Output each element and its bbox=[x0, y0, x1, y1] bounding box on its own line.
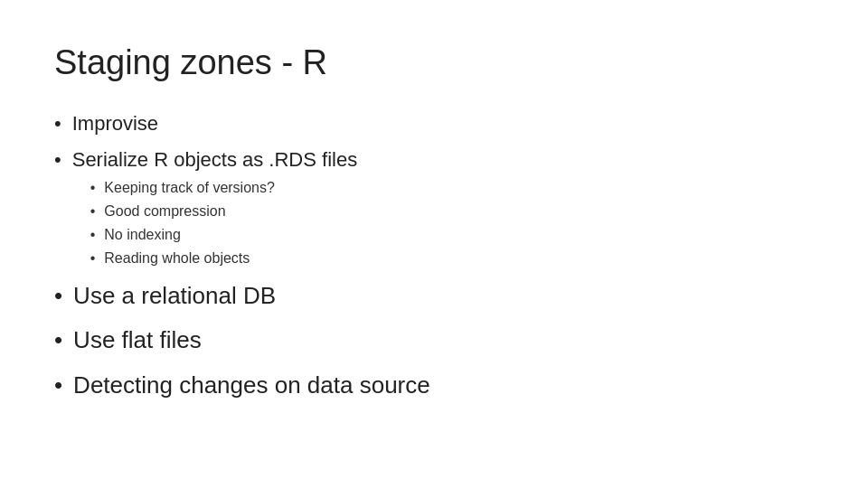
sub-bullet-text: Reading whole objects bbox=[104, 248, 250, 269]
slide-title: Staging zones - R bbox=[54, 43, 814, 82]
bullet-text: Use a relational DB bbox=[73, 279, 276, 314]
bullet-dot: • bbox=[54, 324, 62, 358]
bullet-text: Improvise bbox=[72, 109, 158, 138]
sub-bullet-text: No indexing bbox=[104, 224, 181, 246]
sub-bullet-dot: • bbox=[90, 248, 96, 269]
list-item: • Serialize R objects as .RDS files • Ke… bbox=[54, 144, 814, 272]
list-item: • Improvise bbox=[54, 108, 814, 140]
bullet-dot: • bbox=[54, 109, 61, 138]
list-item: • No indexing bbox=[90, 223, 357, 247]
sub-bullet-dot: • bbox=[90, 201, 96, 222]
main-bullet-list: • Improvise • Serialize R objects as .RD… bbox=[54, 108, 814, 407]
list-item: • Good compression bbox=[90, 200, 357, 223]
bullet-dot: • bbox=[54, 369, 62, 403]
list-item: • Detecting changes on data source bbox=[54, 365, 814, 407]
bullet-text: Detecting changes on data source bbox=[73, 369, 430, 403]
list-item: • Use a relational DB bbox=[54, 276, 814, 317]
sub-bullet-text: Keeping track of versions? bbox=[104, 177, 275, 199]
sub-bullet-text: Good compression bbox=[104, 201, 225, 222]
list-item: • Reading whole objects bbox=[90, 247, 357, 270]
bullet-content: Serialize R objects as .RDS files • Keep… bbox=[72, 145, 357, 270]
bullet-dot: • bbox=[54, 145, 61, 174]
bullet-text: Serialize R objects as .RDS files bbox=[72, 148, 357, 171]
list-item: • Keeping track of versions? bbox=[90, 176, 357, 200]
sub-bullet-dot: • bbox=[90, 224, 96, 246]
bullet-dot: • bbox=[54, 279, 62, 314]
slide: Staging zones - R • Improvise • Serializ… bbox=[0, 0, 868, 488]
list-item: • Use flat files bbox=[54, 320, 814, 361]
sub-bullet-list: • Keeping track of versions? • Good comp… bbox=[90, 176, 357, 270]
sub-bullet-dot: • bbox=[90, 177, 96, 199]
bullet-text: Use flat files bbox=[73, 324, 202, 358]
